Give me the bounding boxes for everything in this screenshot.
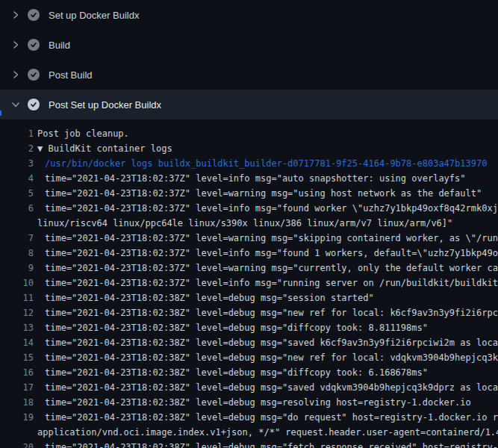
log-text: time="2021-04-23T18:02:38Z" level=debug …	[45, 320, 428, 335]
log-line-row: 15time="2021-04-23T18:02:38Z" level=debu…	[0, 350, 498, 365]
log-text: time="2021-04-23T18:02:37Z" level=warnin…	[45, 231, 498, 246]
log-text: time="2021-04-23T18:02:37Z" level=info m…	[45, 276, 498, 290]
log-line-number[interactable]: 17	[0, 380, 34, 395]
log-text: Post job cleanup.	[37, 126, 129, 141]
check-circle-icon	[28, 39, 40, 51]
log-continuation-row: linux/riscv64 linux/ppc64le linux/s390x …	[0, 216, 498, 231]
log-line-number[interactable]: 10	[0, 276, 34, 290]
log-line-number[interactable]: 20	[0, 440, 34, 448]
log-line-row: 14time="2021-04-23T18:02:38Z" level=debu…	[0, 335, 498, 350]
log-text: time="2021-04-23T18:02:37Z" level=info m…	[45, 201, 498, 216]
log-line-row: 3/usr/bin/docker logs buildx_buildkit_bu…	[0, 156, 498, 171]
log-line-row: 16time="2021-04-23T18:02:38Z" level=debu…	[0, 365, 498, 380]
step-row-post-setup-docker-buildx[interactable]: Post Set up Docker Buildx	[0, 90, 498, 119]
log-line-number[interactable]: 5	[0, 186, 34, 201]
log-line-row: 13time="2021-04-23T18:02:38Z" level=debu…	[0, 320, 498, 335]
log-text: time="2021-04-23T18:02:38Z" level=debug …	[45, 410, 498, 425]
log-text: time="2021-04-23T18:02:38Z" level=debug …	[45, 395, 471, 410]
check-circle-icon	[28, 99, 40, 111]
log-line-row: 18time="2021-04-23T18:02:38Z" level=debu…	[0, 395, 498, 410]
log-line-row: 5time="2021-04-23T18:02:37Z" level=warni…	[0, 186, 498, 201]
log-line-number[interactable]: 1	[0, 126, 34, 141]
log-line-row: 17time="2021-04-23T18:02:38Z" level=debu…	[0, 380, 498, 395]
log-text: time="2021-04-23T18:02:38Z" level=debug …	[45, 335, 498, 350]
log-line-number[interactable]: 2	[0, 141, 34, 156]
check-circle-icon	[28, 69, 40, 81]
log-line-number[interactable]: 6	[0, 201, 34, 216]
step-row-build[interactable]: Build	[0, 30, 498, 60]
log-line-row: 2▼ BuildKit container logs	[0, 141, 498, 156]
log-command-text: /usr/bin/docker logs buildx_buildkit_bui…	[45, 156, 487, 171]
log-line-number[interactable]: 13	[0, 320, 34, 335]
log-text: application/vnd.oci.image.index.v1+json,…	[37, 425, 498, 440]
log-group-toggle-icon[interactable]: ▼	[37, 143, 48, 154]
chevron-right-icon[interactable]	[10, 40, 21, 50]
step-list: Set up Docker Buildx Build Post Build	[0, 0, 498, 119]
log-line-number[interactable]: 4	[0, 171, 34, 186]
log-text: time="2021-04-23T18:02:38Z" level=debug …	[45, 380, 498, 395]
chevron-right-icon[interactable]	[10, 10, 21, 20]
log-line-number[interactable]: 11	[0, 290, 34, 305]
log-line-row: 1Post job cleanup.	[0, 126, 498, 141]
step-title: Set up Docker Buildx	[49, 10, 139, 21]
step-row-post-build[interactable]: Post Build	[0, 60, 498, 90]
log-line-row: 7time="2021-04-23T18:02:37Z" level=warni…	[0, 231, 498, 246]
log-line-number[interactable]: 3	[0, 156, 34, 171]
log-text: time="2021-04-23T18:02:37Z" level=info m…	[45, 246, 498, 261]
log-line-number[interactable]: 14	[0, 335, 34, 350]
log-line-row: 19time="2021-04-23T18:02:38Z" level=debu…	[0, 410, 498, 425]
log-line-number[interactable]: 8	[0, 246, 34, 261]
log-continuation-row: application/vnd.oci.image.index.v1+json,…	[0, 425, 498, 440]
log-text: time="2021-04-23T18:02:37Z" level=warnin…	[45, 261, 498, 276]
log-text: time="2021-04-23T18:02:38Z" level=debug …	[45, 305, 498, 320]
log-line-row: 12time="2021-04-23T18:02:38Z" level=debu…	[0, 305, 498, 320]
step-title: Post Set up Docker Buildx	[49, 99, 161, 111]
log-line-number	[0, 216, 34, 231]
log-line-row: 11time="2021-04-23T18:02:38Z" level=debu…	[0, 290, 498, 305]
log-line-row: 10time="2021-04-23T18:02:37Z" level=info…	[0, 276, 498, 290]
log-line-row: 9time="2021-04-23T18:02:37Z" level=warni…	[0, 261, 498, 276]
step-row-setup-docker-buildx[interactable]: Set up Docker Buildx	[0, 0, 498, 30]
log-line-row: 20time="2021-04-23T18:02:38Z" level=debu…	[0, 440, 498, 448]
check-circle-icon	[28, 9, 40, 21]
chevron-right-icon[interactable]	[10, 69, 21, 80]
log-line-row: 6time="2021-04-23T18:02:37Z" level=info …	[0, 201, 498, 216]
log-text: time="2021-04-23T18:02:37Z" level=warnin…	[45, 186, 482, 201]
chevron-down-icon[interactable]	[10, 99, 21, 110]
log-line-number[interactable]: 12	[0, 305, 34, 320]
log-line-number[interactable]: 9	[0, 261, 34, 276]
log-line-number[interactable]: 15	[0, 350, 34, 365]
log-line-number[interactable]: 16	[0, 365, 34, 380]
log-line-number	[0, 425, 34, 440]
focus-accent	[0, 111, 1, 116]
step-title: Post Build	[49, 69, 93, 81]
step-title: Build	[49, 40, 70, 51]
log-text: time="2021-04-23T18:02:37Z" level=info m…	[45, 171, 466, 186]
log-text: linux/riscv64 linux/ppc64le linux/s390x …	[37, 216, 452, 231]
log-text: time="2021-04-23T18:02:38Z" level=debug …	[45, 350, 498, 365]
log-line-number[interactable]: 7	[0, 231, 34, 246]
log-line-row: 8time="2021-04-23T18:02:37Z" level=info …	[0, 246, 498, 261]
log-text: ▼ BuildKit container logs	[37, 141, 172, 156]
log-text: time="2021-04-23T18:02:38Z" level=debug …	[45, 290, 374, 305]
log-text: time="2021-04-23T18:02:38Z" level=debug …	[45, 365, 428, 380]
log-line-row: 4time="2021-04-23T18:02:37Z" level=info …	[0, 171, 498, 186]
log-line-number[interactable]: 18	[0, 395, 34, 410]
log-pane[interactable]: 1Post job cleanup.2▼ BuildKit container …	[0, 119, 498, 448]
log-text: time="2021-04-23T18:02:38Z" level=debug …	[45, 440, 498, 448]
log-line-number[interactable]: 19	[0, 410, 34, 425]
actions-log-viewer: Set up Docker Buildx Build Post Build	[0, 0, 498, 448]
